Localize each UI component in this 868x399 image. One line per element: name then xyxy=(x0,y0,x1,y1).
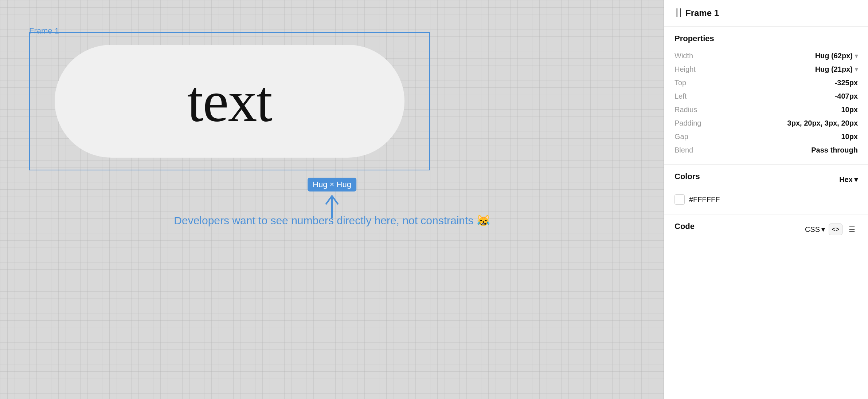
hug-tooltip: Hug × Hug xyxy=(308,178,356,191)
hex-format-label: Hex xyxy=(839,175,853,184)
colors-title: Colors xyxy=(675,172,700,181)
property-row-height: Height Hug (21px) ▾ xyxy=(675,63,858,76)
pill-text: text xyxy=(187,68,272,135)
radius-label: Radius xyxy=(675,106,697,114)
property-row-gap: Gap 10px xyxy=(675,130,858,143)
left-value: -407px xyxy=(835,92,858,100)
width-chevron: ▾ xyxy=(855,52,858,59)
width-value[interactable]: Hug (62px) ▾ xyxy=(815,52,858,60)
frame-icon: ⏐⏐ xyxy=(675,8,682,18)
blend-label: Blend xyxy=(675,146,693,154)
css-format-label: CSS xyxy=(805,225,820,234)
gap-label: Gap xyxy=(675,133,688,141)
color-swatch-ffffff[interactable] xyxy=(675,194,685,205)
developer-message: Developers want to see numbers directly … xyxy=(174,214,490,227)
color-hex-ffffff: #FFFFFF xyxy=(689,195,720,204)
panel-title: Frame 1 xyxy=(685,8,719,18)
code-section: Code CSS ▾ <> ☰ xyxy=(664,214,868,244)
top-value: -325px xyxy=(835,79,858,87)
right-panel: ⏐⏐ Frame 1 Properties Width Hug (62px) ▾… xyxy=(664,0,868,399)
colors-section: Colors Hex ▾ #FFFFFF xyxy=(664,165,868,214)
height-chevron: ▾ xyxy=(855,66,858,73)
hex-chevron-icon: ▾ xyxy=(854,175,858,184)
css-format-dropdown[interactable]: CSS ▾ xyxy=(805,225,825,234)
height-label: Height xyxy=(675,65,696,74)
css-chevron-icon: ▾ xyxy=(821,225,825,234)
panel-header: ⏐⏐ Frame 1 xyxy=(664,0,868,27)
hex-format-dropdown[interactable]: Hex ▾ xyxy=(839,175,858,184)
properties-title: Properties xyxy=(675,34,858,43)
code-controls: CSS ▾ <> ☰ xyxy=(805,224,858,235)
properties-section: Properties Width Hug (62px) ▾ Height Hug… xyxy=(664,27,868,165)
blend-value: Pass through xyxy=(811,146,858,154)
property-row-radius: Radius 10px xyxy=(675,103,858,116)
property-row-left: Left -407px xyxy=(675,90,858,103)
gap-value: 10px xyxy=(841,133,858,141)
copy-code-button[interactable]: <> xyxy=(829,224,842,235)
property-row-blend: Blend Pass through xyxy=(675,143,858,157)
width-label: Width xyxy=(675,52,693,60)
pill-shape: text xyxy=(55,45,404,158)
radius-value: 10px xyxy=(841,106,858,114)
top-label: Top xyxy=(675,79,686,87)
left-label: Left xyxy=(675,92,687,100)
hamburger-icon: ☰ xyxy=(849,225,855,234)
padding-value: 3px, 20px, 3px, 20px xyxy=(787,119,858,127)
canvas-area: Frame 1 text Hug × Hug Developers want t… xyxy=(0,0,664,399)
property-row-width: Width Hug (62px) ▾ xyxy=(675,49,858,63)
colors-header: Colors Hex ▾ xyxy=(675,172,858,187)
property-row-padding: Padding 3px, 20px, 3px, 20px xyxy=(675,116,858,130)
code-header-row: Code CSS ▾ <> ☰ xyxy=(675,222,858,237)
frame-container[interactable]: text xyxy=(29,32,430,170)
code-title: Code xyxy=(675,222,695,231)
height-value[interactable]: Hug (21px) ▾ xyxy=(815,65,858,74)
code-menu-button[interactable]: ☰ xyxy=(846,224,858,235)
property-row-top: Top -325px xyxy=(675,76,858,90)
code-brackets-icon: <> xyxy=(832,226,839,233)
padding-label: Padding xyxy=(675,119,701,127)
color-row-ffffff: #FFFFFF xyxy=(675,192,858,207)
